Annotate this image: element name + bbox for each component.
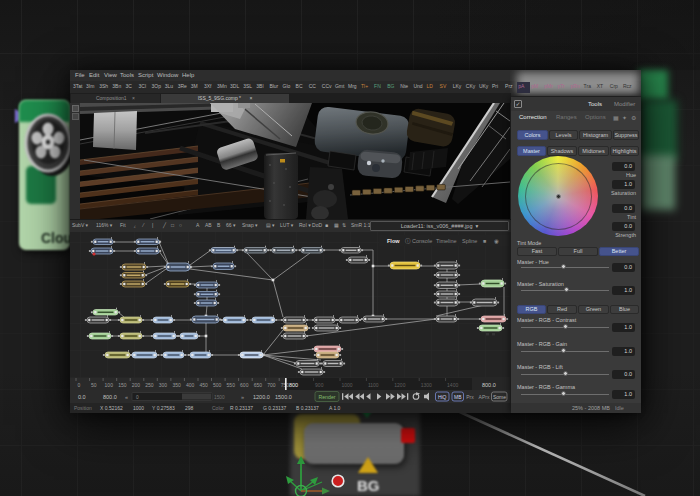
svg-text:«: «	[125, 394, 128, 400]
svg-text:800.0: 800.0	[482, 382, 496, 388]
svg-text:250: 250	[145, 382, 154, 388]
svg-text:650: 650	[254, 382, 263, 388]
svg-text:400: 400	[186, 382, 195, 388]
svg-text:1100: 1100	[368, 382, 379, 388]
svg-text:500: 500	[213, 382, 222, 388]
svg-text:»: »	[241, 394, 244, 400]
svg-text:APrx: APrx	[479, 394, 490, 400]
svg-text:800: 800	[289, 382, 298, 388]
svg-text:100: 100	[105, 382, 114, 388]
svg-text:1200: 1200	[394, 382, 405, 388]
svg-text:150: 150	[118, 382, 127, 388]
svg-text:900: 900	[315, 382, 324, 388]
svg-text:1400: 1400	[447, 382, 458, 388]
svg-text:0.0: 0.0	[78, 394, 86, 400]
svg-text:50: 50	[91, 382, 97, 388]
svg-text:0: 0	[78, 382, 81, 388]
svg-text:Prx: Prx	[466, 394, 474, 400]
svg-text:1500: 1500	[214, 395, 225, 400]
svg-text:800.0: 800.0	[103, 394, 117, 400]
svg-text:Some: Some	[493, 394, 506, 400]
svg-text:Render: Render	[318, 394, 335, 400]
svg-text:MB: MB	[454, 394, 462, 400]
svg-text:450: 450	[199, 382, 208, 388]
svg-text:1000: 1000	[342, 382, 353, 388]
svg-text:0: 0	[136, 395, 139, 400]
svg-text:300: 300	[159, 382, 168, 388]
svg-text:700: 700	[267, 382, 276, 388]
svg-text:600: 600	[240, 382, 249, 388]
svg-text:HiQ: HiQ	[438, 394, 447, 400]
svg-text:200: 200	[132, 382, 141, 388]
svg-text:1300: 1300	[421, 382, 432, 388]
svg-text:1500.0: 1500.0	[275, 394, 292, 400]
svg-text:1200.0: 1200.0	[253, 394, 270, 400]
svg-text:550: 550	[227, 382, 236, 388]
svg-text:350: 350	[172, 382, 181, 388]
